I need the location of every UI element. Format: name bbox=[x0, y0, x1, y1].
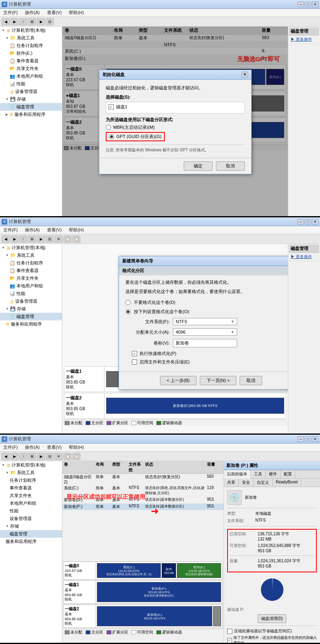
maximize-btn-1[interactable]: □ bbox=[305, 2, 311, 7]
tab-readyboost[interactable]: ReadyBoost bbox=[273, 479, 301, 487]
sidebar-services-3[interactable]: 服务和应用程序 bbox=[0, 538, 62, 545]
prop-index-check[interactable] bbox=[227, 638, 232, 643]
toolbar-icon-5[interactable]: ▶ bbox=[37, 235, 45, 243]
toolbar-icon-4[interactable]: ⊞ bbox=[28, 235, 36, 243]
back-btn-format[interactable]: < 上一步(B) bbox=[160, 376, 197, 385]
back-btn-2[interactable]: ◀ bbox=[2, 235, 10, 243]
sidebar-users-3[interactable]: 本地用户和组 bbox=[0, 500, 62, 507]
menu-action-1[interactable]: 操作(A) bbox=[23, 10, 41, 16]
gpt-radio-item[interactable]: GPT (GUID 分区表)(G) bbox=[106, 132, 245, 141]
maximize-btn-3[interactable]: □ bbox=[305, 436, 311, 442]
sidebar-storage-2[interactable]: ▼ 💾 存储 bbox=[0, 305, 62, 313]
sidebar-software[interactable]: 📂 软件(E:) bbox=[0, 50, 62, 57]
sidebar-services-2[interactable]: ⚙ 服务和应用程序 bbox=[0, 320, 62, 328]
sidebar-performance[interactable]: 📊 性能 bbox=[0, 80, 62, 88]
menu-help-1[interactable]: 帮助(H) bbox=[67, 10, 85, 16]
forward-btn-1[interactable]: ▶ bbox=[10, 18, 18, 25]
sidebar-event-2[interactable]: 📋 事件查看器 bbox=[0, 267, 62, 275]
toolbar-icon-14[interactable]: 📋 bbox=[64, 453, 72, 460]
sidebar-device-3[interactable]: 设备管理器 bbox=[0, 515, 62, 522]
sidebar-system-3[interactable]: ▼ 📁 系统工具 bbox=[0, 469, 62, 477]
close-btn-1[interactable]: ✕ bbox=[312, 2, 318, 7]
back-btn-3[interactable]: ◀ bbox=[2, 453, 10, 460]
maximize-btn-2[interactable]: □ bbox=[305, 219, 311, 225]
do-format-radio[interactable] bbox=[125, 309, 131, 314]
toolbar-icon-2[interactable]: ▶ bbox=[37, 18, 45, 25]
tab-prev-version[interactable]: 以前的版本 bbox=[224, 470, 251, 479]
sidebar-disk-3[interactable]: 磁盘管理 bbox=[0, 530, 62, 538]
sidebar-disk-2[interactable]: 💿 磁盘管理 bbox=[0, 313, 62, 320]
prop-compress-check[interactable] bbox=[227, 629, 232, 634]
format-radio1-row[interactable]: 不要格式化这个卷(D) bbox=[125, 299, 288, 305]
toolbar-icon-11[interactable]: ▶ bbox=[37, 453, 45, 460]
sidebar-services[interactable]: ▶ ⚙ 服务和应用程序 bbox=[0, 111, 62, 118]
up-btn-3[interactable]: ↑ bbox=[19, 453, 27, 460]
sidebar-task-3[interactable]: 任务计划程序 bbox=[0, 477, 62, 484]
tab-custom[interactable]: 自定义 bbox=[254, 479, 273, 487]
alloc-dropdown[interactable]: 4096 ▼ bbox=[173, 328, 237, 336]
no-format-radio[interactable] bbox=[125, 300, 131, 305]
tab-share[interactable]: 共享 bbox=[224, 479, 239, 487]
menu-file-3[interactable]: 文件(F) bbox=[2, 444, 19, 450]
cancel-btn-format[interactable]: 取消 bbox=[240, 376, 262, 385]
up-btn-1[interactable]: ↑ bbox=[19, 18, 27, 25]
toolbar-icon-7[interactable]: ✕ bbox=[55, 235, 63, 243]
format-radio2-row[interactable]: 按下列设置格式化这个卷(O): bbox=[125, 309, 288, 315]
menu-view-2[interactable]: 查看(V) bbox=[45, 227, 64, 233]
sidebar-task-scheduler[interactable]: 📋 任务计划程序 bbox=[0, 42, 62, 50]
right-action-2[interactable]: ▶ 更多操作 bbox=[289, 253, 319, 261]
menu-file-1[interactable]: 文件(F) bbox=[2, 10, 19, 16]
close-btn-2[interactable]: ✕ bbox=[312, 219, 318, 225]
toolbar-icon-1[interactable]: ⊞ bbox=[28, 18, 36, 25]
toolbar-icon-8[interactable]: 📋 bbox=[64, 235, 72, 243]
gpt-radio[interactable] bbox=[109, 134, 114, 139]
sidebar-storage-3[interactable]: ▼ 存储 bbox=[0, 522, 62, 530]
defrag-btn[interactable]: 磁盘清理(D) bbox=[258, 614, 287, 623]
sidebar-system-tools[interactable]: ▼ 📁 系统工具 bbox=[0, 34, 62, 42]
sidebar-system-2[interactable]: ▼ 📁 系统工具 bbox=[0, 252, 62, 259]
tab-config[interactable]: 配置 bbox=[281, 470, 295, 478]
minimize-btn-3[interactable]: ─ bbox=[297, 436, 304, 442]
sidebar-shared-2[interactable]: 📂 共享文件夹 bbox=[0, 275, 62, 282]
win-controls-1[interactable]: ─ □ ✕ bbox=[297, 2, 318, 7]
minimize-btn-1[interactable]: ─ bbox=[297, 2, 304, 7]
mbr-radio[interactable] bbox=[106, 125, 111, 130]
sidebar-device-manager[interactable]: 🖨 设备管理器 bbox=[0, 88, 62, 95]
toolbar-icon-13[interactable]: ✕ bbox=[55, 453, 63, 460]
sidebar-shared-folders[interactable]: 📂 共享文件夹 bbox=[0, 65, 62, 72]
sidebar-local-users[interactable]: 👥 本地用户和组 bbox=[0, 72, 62, 80]
win-controls-3[interactable]: ─ □ ✕ bbox=[297, 436, 318, 442]
sidebar-event-viewer[interactable]: 📋 事件查看器 bbox=[0, 57, 62, 65]
compress-checkbox[interactable] bbox=[132, 359, 137, 365]
toolbar-icon-6[interactable]: ⊟ bbox=[46, 235, 54, 243]
menu-view-3[interactable]: 查看(V) bbox=[45, 444, 64, 450]
menu-action-3[interactable]: 操作(A) bbox=[23, 444, 41, 450]
menu-help-3[interactable]: 帮助(H) bbox=[67, 444, 85, 450]
up-btn-2[interactable]: ↑ bbox=[19, 235, 27, 243]
toolbar-icon-15[interactable]: 📋 bbox=[72, 453, 80, 460]
forward-btn-3[interactable]: ▶ bbox=[10, 453, 18, 460]
toolbar-icon-3[interactable]: ⊟ bbox=[46, 18, 54, 25]
menu-action-2[interactable]: 操作(A) bbox=[23, 227, 41, 233]
close-btn-3[interactable]: ✕ bbox=[312, 436, 318, 442]
toolbar-icon-10[interactable]: ⊞ bbox=[28, 453, 36, 460]
disk1-check-item[interactable]: 磁盘1 bbox=[109, 104, 242, 110]
disk1-checkbox[interactable] bbox=[109, 104, 114, 109]
quick-format-checkbox[interactable] bbox=[132, 351, 137, 356]
minimize-btn-2[interactable]: ─ bbox=[297, 219, 304, 225]
sidebar-storage[interactable]: ▼ 💾 存储 bbox=[0, 95, 62, 103]
menu-help-2[interactable]: 帮助(H) bbox=[67, 227, 85, 233]
win-controls-2[interactable]: ─ □ ✕ bbox=[297, 219, 318, 225]
dialog-close-btn-1[interactable]: ✕ bbox=[242, 72, 248, 77]
toolbar-icon-12[interactable]: ⊟ bbox=[46, 453, 54, 460]
tab-hardware[interactable]: 硬件 bbox=[266, 470, 281, 478]
sidebar-event-3[interactable]: 事件查看器 bbox=[0, 484, 62, 492]
compress-row[interactable]: 启用文件和文件夹压缩(E) bbox=[125, 359, 288, 365]
tab-tools[interactable]: 工具 bbox=[251, 470, 266, 478]
vol-label-input[interactable]: 新加卷 bbox=[173, 339, 237, 347]
sidebar-perf-2[interactable]: 📊 性能 bbox=[0, 290, 62, 297]
sidebar-task-2[interactable]: 📋 任务计划程序 bbox=[0, 259, 62, 267]
forward-btn-2[interactable]: ▶ bbox=[10, 235, 18, 243]
sidebar-device-2[interactable]: 🖨 设备管理器 bbox=[0, 297, 62, 305]
tab-security[interactable]: 安全 bbox=[239, 479, 254, 487]
